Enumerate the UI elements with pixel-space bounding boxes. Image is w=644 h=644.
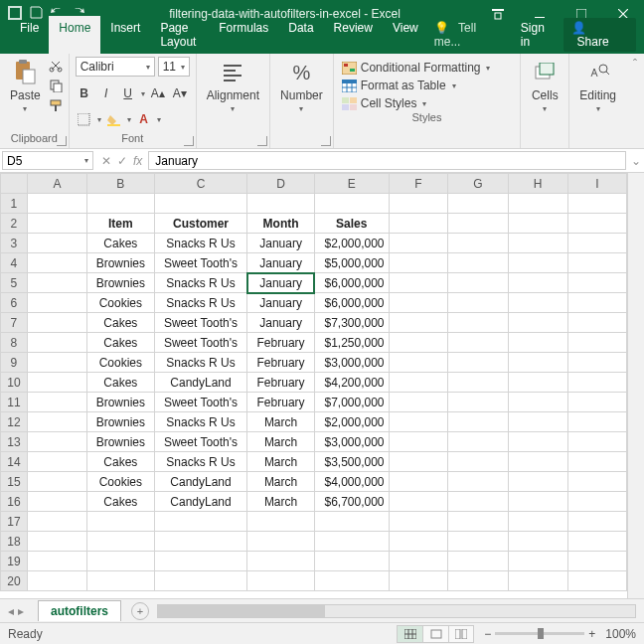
cell[interactable] — [27, 472, 86, 492]
tab-view[interactable]: View — [383, 16, 428, 54]
cell[interactable] — [86, 571, 154, 591]
row-header[interactable]: 15 — [1, 472, 28, 492]
row-header[interactable]: 9 — [1, 353, 28, 373]
cell[interactable] — [448, 412, 508, 432]
cell[interactable]: Brownies — [86, 412, 154, 432]
page-break-view-icon[interactable] — [448, 625, 474, 643]
cell[interactable] — [567, 313, 626, 333]
cell[interactable]: Snacks R Us — [154, 273, 247, 293]
cell[interactable] — [389, 273, 448, 293]
cell[interactable]: $1,250,000 — [314, 333, 389, 353]
cell[interactable]: Snacks R Us — [154, 234, 247, 253]
col-header-G[interactable]: G — [448, 174, 508, 194]
cell[interactable] — [314, 552, 389, 571]
sheet-nav-prev-icon[interactable]: ◂ — [8, 604, 14, 618]
cell[interactable] — [389, 194, 448, 214]
expand-formula-bar-icon[interactable]: ⌄ — [628, 149, 644, 172]
cell[interactable]: Cakes — [86, 313, 154, 333]
cell[interactable]: Cookies — [86, 353, 154, 373]
cell[interactable] — [508, 273, 567, 293]
cut-icon[interactable] — [49, 59, 63, 76]
zoom-slider[interactable] — [495, 632, 584, 635]
cell[interactable]: Sweet Tooth's — [154, 432, 247, 452]
cell[interactable] — [86, 532, 154, 552]
cell[interactable] — [27, 214, 86, 234]
cell[interactable] — [389, 512, 448, 532]
cell[interactable] — [448, 512, 508, 532]
cell[interactable] — [27, 333, 86, 353]
paste-button[interactable]: Paste ▾ — [6, 57, 45, 115]
cell[interactable] — [27, 293, 86, 313]
tab-home[interactable]: Home — [49, 16, 100, 54]
fx-icon[interactable]: fx — [133, 154, 142, 168]
copy-icon[interactable] — [49, 79, 63, 95]
cell[interactable] — [448, 532, 508, 552]
cell[interactable] — [567, 512, 626, 532]
cell[interactable]: Snacks R Us — [154, 412, 247, 432]
zoom-level[interactable]: 100% — [605, 627, 636, 641]
cell[interactable] — [567, 492, 626, 512]
cell[interactable] — [389, 412, 448, 432]
font-size-combo[interactable]: 11▾ — [158, 57, 190, 77]
row-header[interactable]: 6 — [1, 293, 28, 313]
cell[interactable]: Brownies — [86, 253, 154, 273]
alignment-button[interactable]: Alignment ▾ — [203, 57, 263, 115]
collapse-ribbon-icon[interactable]: ˆ — [626, 54, 644, 148]
cell[interactable] — [567, 214, 626, 234]
cell[interactable] — [389, 571, 448, 591]
cell[interactable] — [448, 472, 508, 492]
row-header[interactable]: 4 — [1, 253, 28, 273]
cell[interactable] — [154, 552, 247, 571]
cell[interactable] — [27, 273, 86, 293]
cell[interactable] — [508, 313, 567, 333]
tab-data[interactable]: Data — [278, 16, 323, 54]
cell[interactable]: Brownies — [86, 432, 154, 452]
cell[interactable]: Brownies — [86, 393, 154, 412]
cell[interactable]: $3,000,000 — [314, 353, 389, 373]
tab-insert[interactable]: Insert — [100, 16, 150, 54]
row-header[interactable]: 20 — [1, 571, 28, 591]
cell[interactable] — [508, 452, 567, 472]
cell[interactable] — [247, 194, 315, 214]
cell[interactable]: Sweet Tooth's — [154, 333, 247, 353]
row-header[interactable]: 10 — [1, 373, 28, 393]
cell[interactable]: $5,000,000 — [314, 253, 389, 273]
cell[interactable]: February — [247, 393, 315, 412]
col-header-A[interactable]: A — [27, 174, 86, 194]
cell[interactable]: February — [247, 353, 315, 373]
decrease-font-icon[interactable]: A▾ — [171, 84, 189, 102]
vertical-scrollbar[interactable] — [627, 173, 644, 598]
horizontal-scrollbar[interactable] — [157, 604, 636, 618]
cell[interactable] — [389, 253, 448, 273]
cell[interactable]: January — [247, 234, 315, 253]
cell[interactable] — [27, 194, 86, 214]
zoom-out-button[interactable]: − — [484, 627, 491, 641]
cell[interactable]: $6,000,000 — [314, 273, 389, 293]
cell[interactable]: Cakes — [86, 452, 154, 472]
tab-file[interactable]: File — [10, 16, 49, 54]
font-name-combo[interactable]: Calibri▾ — [76, 57, 155, 77]
row-header[interactable]: 11 — [1, 393, 28, 412]
sheet-tab-autofilters[interactable]: autofilters — [38, 600, 121, 621]
row-header[interactable]: 13 — [1, 432, 28, 452]
sign-in[interactable]: Sign in — [515, 16, 561, 54]
editing-button[interactable]: Editing ▾ — [575, 57, 620, 115]
cell[interactable] — [389, 393, 448, 412]
cell[interactable] — [389, 353, 448, 373]
cell[interactable] — [508, 194, 567, 214]
enter-formula-icon[interactable]: ✓ — [117, 154, 127, 168]
cell[interactable] — [448, 214, 508, 234]
alignment-launcher-icon[interactable] — [257, 136, 267, 146]
cell[interactable] — [86, 552, 154, 571]
italic-button[interactable]: I — [97, 84, 115, 102]
row-header[interactable]: 1 — [1, 194, 28, 214]
row-header[interactable]: 7 — [1, 313, 28, 333]
cell[interactable] — [389, 373, 448, 393]
cell[interactable]: Sweet Tooth's — [154, 313, 247, 333]
cell[interactable] — [448, 333, 508, 353]
cell[interactable] — [314, 571, 389, 591]
cell[interactable] — [567, 333, 626, 353]
cell[interactable]: Cookies — [86, 472, 154, 492]
tab-formulas[interactable]: Formulas — [209, 16, 278, 54]
tell-me[interactable]: 💡 Tell me... — [428, 16, 512, 54]
